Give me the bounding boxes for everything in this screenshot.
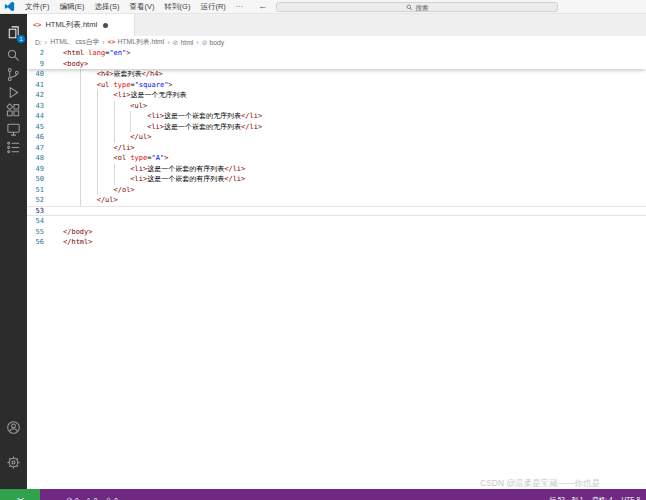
explorer-icon[interactable]: 1 [6,25,21,40]
code-line-47[interactable]: 47</li> [27,143,646,154]
breadcrumb-separator: › [196,39,198,46]
back-arrow-icon[interactable]: ← [258,0,267,13]
title-bar: 文件(F)编辑(E)选择(S)查看(V)转到(G)运行(R)··· ← → 搜索 [0,0,646,14]
source-control-icon[interactable] [6,67,21,82]
warning-count: 0 [94,497,98,500]
menu-item[interactable]: 文件(F) [20,0,55,13]
code-line-48[interactable]: 48<ol type="A"> [27,153,646,164]
indent-guide [114,122,115,133]
status-item[interactable]: UTF-8 [622,496,640,500]
symbol-tag-icon: ⊘ [202,39,208,46]
indent-guide [80,132,81,143]
line-number: 55 [27,227,44,238]
indent-guide [80,80,81,91]
line-number: 42 [27,90,44,101]
problems-status[interactable]: 0 0 [66,497,97,500]
breadcrumb-label: body [210,39,225,46]
breadcrumb-item[interactable]: <>HTML列表.html [108,37,165,47]
code-editor[interactable]: 2<html lang="en">9<body> 40<h4>嵌套列表</h4>… [27,48,646,489]
sticky-scroll[interactable]: 2<html lang="en">9<body> [27,48,646,69]
remote-indicator[interactable]: >< [0,489,40,500]
indent-guide [80,111,81,122]
status-right-items: 行 53，列 1空格: 4UTF-8 [549,496,640,500]
code-line-52[interactable]: 52</ul> [27,195,646,206]
line-number: 47 [27,143,44,154]
code-line-46[interactable]: 46</ul> [27,132,646,143]
line-content: <ul> [63,101,646,112]
code-line-51[interactable]: 51</ol> [27,185,646,196]
tab-label: HTML列表.html [45,20,97,30]
custom-view-icon[interactable] [6,140,21,155]
vscode-logo-icon [4,1,15,12]
line-number: 52 [27,195,44,206]
indent-guide [97,90,98,101]
indent-guide [80,101,81,112]
breadcrumb-separator: › [45,39,47,46]
error-count: 0 [75,497,79,500]
line-number: 49 [27,164,44,175]
breadcrumb-item[interactable]: D: [35,39,42,46]
code-line-50[interactable]: 50<li>这是一个嵌套的有序列表</li> [27,174,646,185]
line-number: 56 [27,237,44,248]
line-content: <h4>嵌套列表</h4> [63,69,646,80]
code-line-40[interactable]: 40<h4>嵌套列表</h4> [27,69,646,80]
menu-item[interactable]: ··· [231,0,249,13]
code-line-43[interactable]: 43<ul> [27,101,646,112]
run-debug-icon[interactable] [6,85,21,100]
extensions-icon[interactable] [6,103,21,118]
search-icon[interactable] [6,48,21,63]
menu-item[interactable]: 运行(R) [195,0,230,13]
menu-item[interactable]: 编辑(E) [55,0,90,13]
notifications-status[interactable]: 0 [105,497,118,500]
breadcrumb-label: HTML、css自学 [50,37,99,47]
tab-bar: <> HTML列表.html [27,14,646,36]
indent-guide [80,122,81,133]
menu-item[interactable]: 转到(G) [160,0,196,13]
code-line-44[interactable]: 44<li>这是一个嵌套的无序列表</li> [27,111,646,122]
indent-guide [97,143,98,154]
indent-guide [80,69,81,80]
code-line-9[interactable]: 9<body> [27,59,646,70]
line-number: 46 [27,132,44,143]
status-item[interactable]: 行 53，列 1 [549,496,583,500]
unsaved-dot-icon[interactable] [103,23,108,28]
code-line-49[interactable]: 49<li>这是一个嵌套的有序列表</li> [27,164,646,175]
error-icon [66,497,73,500]
indent-guide [80,143,81,154]
indent-guide [130,111,131,122]
code-line-2[interactable]: 2<html lang="en"> [27,48,646,59]
command-center-search[interactable]: 搜索 [276,2,558,12]
line-content: <li>这是一个无序列表 [63,90,646,101]
tab-html-file[interactable]: <> HTML列表.html [27,14,135,36]
breadcrumb: D:›HTML、css自学›<>HTML列表.html›⊘html›⊘body [27,36,646,48]
settings-gear-icon[interactable] [6,455,21,470]
line-number: 54 [27,216,44,227]
search-placeholder: 搜索 [416,3,429,12]
breadcrumb-item[interactable]: ⊘body [202,39,225,46]
indent-guide [114,174,115,185]
status-bar: >< 0 0 0 行 53，列 1空格: 4UTF-8 [0,489,646,500]
code-line-41[interactable]: 41<ul type="square"> [27,80,646,91]
code-line-53[interactable]: 53 [27,206,646,217]
line-number: 48 [27,153,44,164]
menu-item[interactable]: 查看(V) [125,0,160,13]
line-number: 44 [27,111,44,122]
breadcrumb-item[interactable]: HTML、css自学 [50,37,99,47]
code-line-56[interactable]: 56</html> [27,237,646,248]
line-content: </html> [63,237,646,248]
line-number: 45 [27,122,44,133]
status-item[interactable]: 空格: 4 [592,496,612,500]
menu-item[interactable]: 选择(S) [90,0,125,13]
code-line-45[interactable]: 45<li>这是一个嵌套的无序列表</li> [27,122,646,133]
html-file-icon: <> [33,21,41,29]
breadcrumb-item[interactable]: ⊘html [173,39,194,46]
code-line-42[interactable]: 42<li>这是一个无序列表 [27,90,646,101]
code-line-54[interactable]: 54 [27,216,646,227]
code-line-55[interactable]: 55</body> [27,227,646,238]
warning-icon [85,497,92,500]
remote-explorer-icon[interactable] [6,122,21,137]
account-icon[interactable] [6,420,21,435]
indent-guide [80,164,81,175]
indent-guide [80,195,81,206]
line-number: 9 [27,59,44,70]
